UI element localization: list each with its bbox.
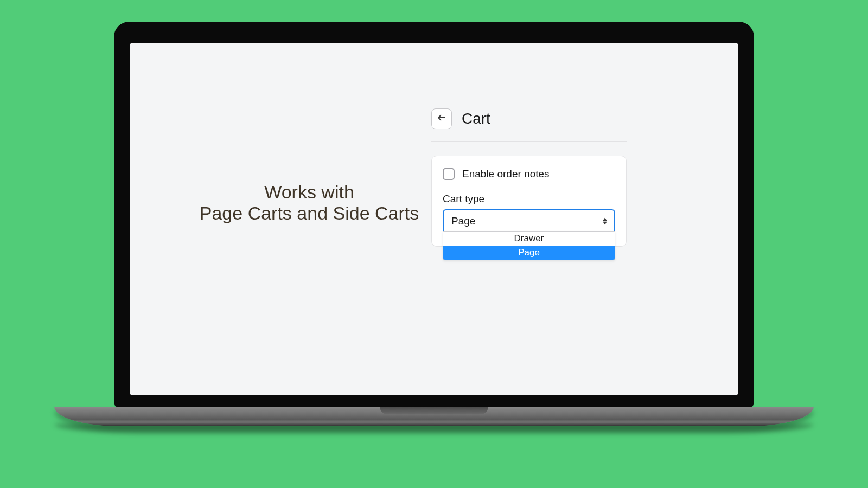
cart-type-select[interactable]: Page: [443, 209, 615, 233]
cart-type-selected-value: Page: [451, 215, 475, 227]
panel-header: Cart: [431, 108, 627, 142]
select-caret-icon: [602, 218, 608, 225]
enable-order-notes-row: Enable order notes: [443, 168, 615, 180]
cart-type-option-drawer[interactable]: Drawer: [443, 232, 615, 246]
cart-type-label: Cart type: [443, 193, 615, 205]
laptop-notch: [380, 407, 488, 414]
cart-settings-card: Enable order notes Cart type Page Drawer…: [431, 156, 627, 247]
laptop-base: [54, 407, 814, 426]
svg-marker-2: [603, 222, 607, 225]
svg-marker-1: [603, 218, 607, 221]
tagline-line-1: Works with: [179, 182, 439, 203]
cart-type-dropdown: Drawer Page: [443, 231, 615, 260]
laptop-lid: Works with Page Carts and Side Carts Car…: [114, 22, 754, 408]
marketing-tagline: Works with Page Carts and Side Carts: [179, 182, 439, 224]
enable-order-notes-label: Enable order notes: [462, 168, 550, 180]
settings-panel: Cart Enable order notes Cart type Page: [431, 108, 627, 247]
tagline-line-2: Page Carts and Side Carts: [179, 203, 439, 224]
cart-type-option-page[interactable]: Page: [443, 246, 615, 260]
back-button[interactable]: [431, 108, 452, 129]
laptop-mockup: Works with Page Carts and Side Carts Car…: [114, 22, 754, 426]
arrow-left-icon: [437, 113, 446, 125]
enable-order-notes-checkbox[interactable]: [443, 168, 455, 180]
screen: Works with Page Carts and Side Carts Car…: [130, 43, 738, 395]
panel-title: Cart: [462, 110, 490, 127]
